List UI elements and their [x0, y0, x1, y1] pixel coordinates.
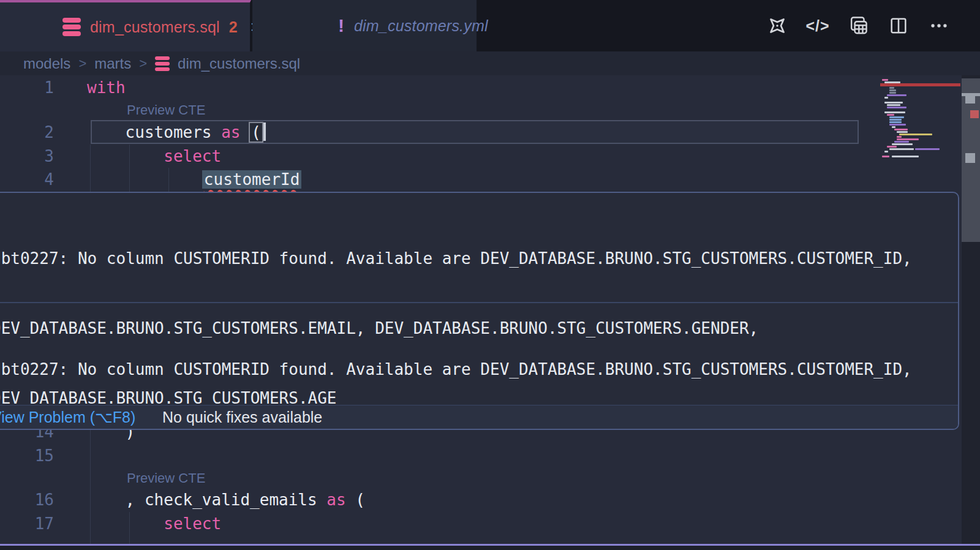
minimap-error-line: [880, 83, 960, 86]
tab-label: dim_customers.sql: [90, 18, 220, 36]
view-problem-link[interactable]: View Problem (⌥F8): [0, 409, 135, 426]
tab-dim-customers-yml[interactable]: ! dim_customers.yml: [252, 0, 477, 51]
breadcrumb: models > marts > dim_customers.sql: [0, 51, 980, 75]
scrollbar[interactable]: [962, 75, 980, 544]
breadcrumb-item-models[interactable]: models: [23, 55, 70, 72]
line-number: 17: [0, 512, 54, 536]
code-line[interactable]: 2 customers as (: [0, 121, 876, 145]
query-results-icon[interactable]: [846, 14, 870, 37]
breadcrumb-item-marts[interactable]: marts: [94, 55, 131, 72]
code-line[interactable]: 3 select: [0, 145, 876, 168]
codelens-preview-cte[interactable]: Preview CTE: [127, 100, 205, 121]
scrollbar-decoration: [965, 153, 975, 163]
vscode-window: dim_customers.sql 2 × ! dim_customers.ym…: [0, 0, 980, 550]
code-line[interactable]: 16 , check_valid_emails as (: [0, 488, 876, 512]
editor-tab-bar: dim_customers.sql 2 × ! dim_customers.ym…: [0, 0, 980, 51]
tab-dim-customers-sql[interactable]: dim_customers.sql 2 ×: [0, 0, 251, 51]
line-number: 4: [0, 168, 54, 192]
bottom-strip: [0, 546, 980, 550]
code-icon[interactable]: </>: [806, 14, 829, 37]
line-number: 15: [0, 444, 54, 468]
code-line[interactable]: 1with: [0, 76, 876, 100]
code-line[interactable]: 4 customerId: [0, 168, 876, 192]
codelens-preview-cte[interactable]: Preview CTE: [127, 468, 205, 489]
database-icon: [62, 18, 81, 36]
split-editor-icon[interactable]: [887, 14, 910, 37]
scrollbar-decoration: [965, 96, 975, 104]
code-line[interactable]: 15: [0, 444, 876, 468]
chevron-right-icon: >: [139, 56, 147, 72]
error-hover-panel: dbt0227: No column CUSTOMERID found. Ava…: [0, 192, 959, 430]
database-icon: [155, 56, 170, 71]
scrollbar-decoration: [970, 110, 979, 118]
line-number: 2: [0, 121, 54, 145]
divider: [0, 302, 959, 303]
editor-actions-toolbar: </>: [766, 0, 951, 51]
tab-problem-count-badge: 2: [229, 18, 238, 36]
warning-icon: !: [338, 15, 344, 36]
no-quick-fixes-label: No quick fixes available: [162, 409, 322, 426]
code-line[interactable]: 17 select: [0, 512, 876, 536]
line-number: 3: [0, 145, 54, 168]
chevron-right-icon: >: [78, 56, 86, 72]
more-actions-icon[interactable]: [927, 14, 951, 37]
line-number: 1: [0, 76, 54, 100]
text-cursor: [263, 122, 266, 141]
breadcrumb-item-file[interactable]: dim_customers.sql: [178, 55, 300, 72]
line-number: 16: [0, 488, 54, 512]
hover-status-bar: View Problem (⌥F8) No quick fixes availa…: [0, 405, 959, 430]
tab-label: dim_customers.yml: [354, 17, 488, 35]
error-token: customerId: [202, 170, 302, 189]
dbt-extension-icon[interactable]: [766, 14, 789, 37]
